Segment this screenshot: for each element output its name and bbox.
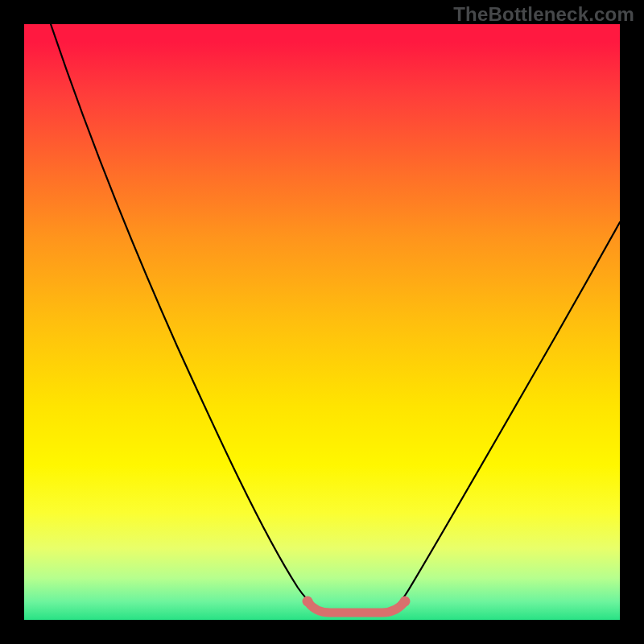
trough-dot-left (303, 597, 313, 607)
trough-dot-right (400, 597, 411, 607)
curve-path (51, 24, 620, 613)
watermark: TheBottleneck.com (453, 3, 634, 26)
plot-area (24, 24, 620, 620)
chart-frame: TheBottleneck.com (0, 0, 644, 644)
trough-highlight (308, 601, 405, 613)
bottleneck-curve (24, 24, 620, 620)
